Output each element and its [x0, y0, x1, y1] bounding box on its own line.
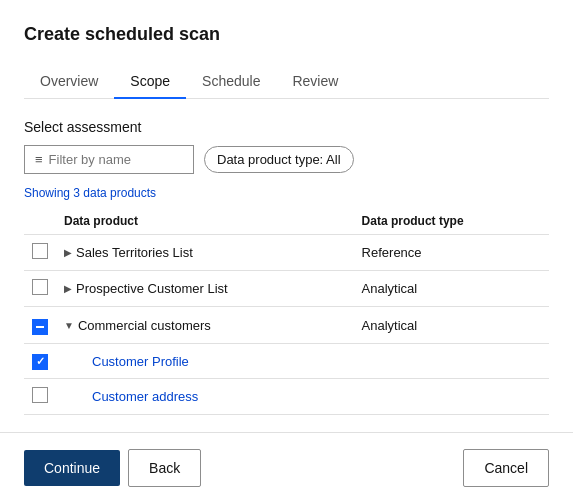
row2-product-name-cell: ▶ Prospective Customer List: [56, 271, 354, 307]
row5-product-name: Customer address: [64, 389, 198, 404]
table-row: Customer address: [24, 378, 549, 414]
row1-product-name: Sales Territories List: [76, 245, 193, 260]
row4-checkbox-cell: [24, 344, 56, 379]
page-title: Create scheduled scan: [24, 24, 549, 45]
row4-product-name-cell: Customer Profile: [56, 344, 354, 379]
row3-product-name: Commercial customers: [78, 318, 211, 333]
row1-chevron[interactable]: ▶: [64, 247, 72, 258]
row3-product-name-cell: ▼ Commercial customers: [56, 307, 354, 344]
data-product-type-button[interactable]: Data product type: All: [204, 146, 354, 173]
row5-checkbox[interactable]: [32, 387, 48, 403]
page-container: Create scheduled scan Overview Scope Sch…: [0, 0, 573, 503]
row2-product-name: Prospective Customer List: [76, 281, 228, 296]
showing-count: Showing 3 data products: [24, 186, 549, 200]
row5-type: [354, 378, 549, 414]
footer: Continue Back Cancel: [0, 432, 573, 503]
col-checkbox-header: [24, 208, 56, 235]
row4-checkbox[interactable]: [32, 354, 48, 370]
row1-type: Reference: [354, 235, 549, 271]
main-content: Create scheduled scan Overview Scope Sch…: [0, 0, 573, 432]
filter-by-name-input[interactable]: [49, 152, 179, 167]
section-label: Select assessment: [24, 119, 549, 135]
table-row: ▶ Sales Territories List Reference: [24, 235, 549, 271]
col-product-header: Data product: [56, 208, 354, 235]
tab-review[interactable]: Review: [276, 65, 354, 99]
col-type-header: Data product type: [354, 208, 549, 235]
row2-chevron[interactable]: ▶: [64, 283, 72, 294]
tab-scope[interactable]: Scope: [114, 65, 186, 99]
tab-schedule[interactable]: Schedule: [186, 65, 276, 99]
filter-row: ≡ Data product type: All: [24, 145, 549, 174]
row2-type: Analytical: [354, 271, 549, 307]
row3-expander: ▼ Commercial customers: [64, 318, 346, 333]
row2-checkbox[interactable]: [32, 279, 48, 295]
table-row: Customer Profile: [24, 344, 549, 379]
row3-checkbox-cell: [24, 307, 56, 344]
filter-icon: ≡: [35, 152, 43, 167]
row1-expander: ▶ Sales Territories List: [64, 245, 346, 260]
cancel-button[interactable]: Cancel: [463, 449, 549, 487]
tabs-nav: Overview Scope Schedule Review: [24, 65, 549, 99]
table-row: ▶ Prospective Customer List Analytical: [24, 271, 549, 307]
row2-expander: ▶ Prospective Customer List: [64, 281, 346, 296]
row1-checkbox[interactable]: [32, 243, 48, 259]
row5-product-name-cell: Customer address: [56, 378, 354, 414]
row4-type: [354, 344, 549, 379]
row3-chevron[interactable]: ▼: [64, 320, 74, 331]
row2-checkbox-cell: [24, 271, 56, 307]
row1-product-name-cell: ▶ Sales Territories List: [56, 235, 354, 271]
row5-checkbox-cell: [24, 378, 56, 414]
row1-checkbox-cell: [24, 235, 56, 271]
filter-input-wrapper[interactable]: ≡: [24, 145, 194, 174]
row3-checkbox[interactable]: [32, 319, 48, 335]
data-products-table: Data product Data product type ▶ Sales T…: [24, 208, 549, 415]
table-row: ▼ Commercial customers Analytical: [24, 307, 549, 344]
back-button[interactable]: Back: [128, 449, 201, 487]
row4-product-name: Customer Profile: [64, 354, 189, 369]
continue-button[interactable]: Continue: [24, 450, 120, 486]
tab-overview[interactable]: Overview: [24, 65, 114, 99]
row3-type: Analytical: [354, 307, 549, 344]
